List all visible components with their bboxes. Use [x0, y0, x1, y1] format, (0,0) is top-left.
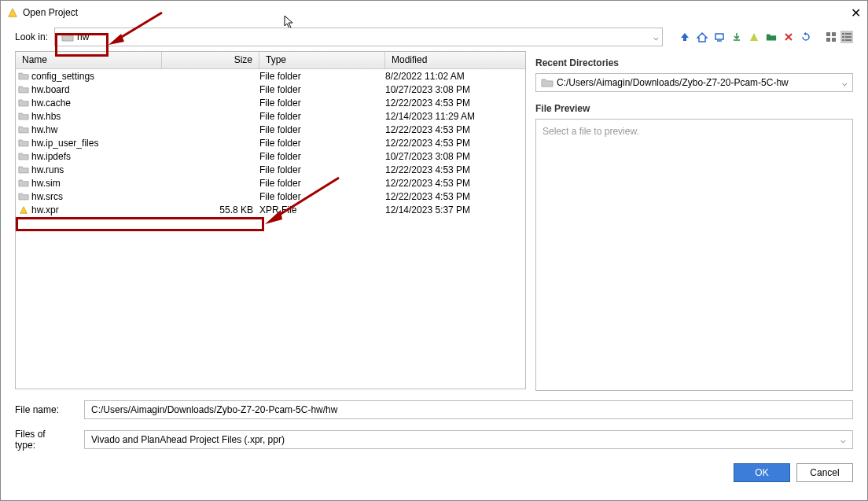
file-name: hw.ip_user_files	[31, 138, 162, 149]
file-modified: 12/14/2023 5:37 PM	[385, 204, 525, 216]
content-area: Name Size Type Modified config_settingsF…	[1, 51, 867, 391]
button-row: OK Cancel	[1, 460, 867, 493]
filename-input[interactable]	[84, 400, 853, 419]
file-panel: Name Size Type Modified config_settingsF…	[15, 51, 526, 389]
file-modified: 12/22/2023 4:53 PM	[385, 164, 525, 175]
file-modified: 12/22/2023 4:53 PM	[385, 178, 525, 189]
file-type: File folder	[259, 138, 385, 149]
folder-icon	[16, 85, 31, 94]
file-type: File folder	[259, 71, 385, 82]
lookin-combo[interactable]: hw ⌵	[54, 28, 663, 46]
folder-icon	[16, 192, 31, 201]
file-type: File folder	[259, 164, 385, 175]
col-header-modified[interactable]: Modified	[385, 52, 525, 68]
side-panel: Recent Directories C:/Users/Aimagin/Down…	[535, 51, 853, 391]
svg-rect-0	[715, 34, 723, 39]
folder-icon	[16, 112, 31, 120]
chevron-down-icon: ⌵	[653, 32, 659, 42]
file-row[interactable]: hw.ip_user_filesFile folder12/22/2023 4:…	[16, 136, 525, 149]
bottom-section: File name: Files of type: Vivado and Pla…	[1, 391, 867, 451]
recent-dirs-combo[interactable]: C:/Users/Aimagin/Downloads/Zybo-Z7-20-Pc…	[535, 73, 853, 92]
desktop-icon[interactable]	[713, 31, 726, 43]
close-button[interactable]: ✕	[851, 6, 861, 20]
file-name: hw.hw	[31, 124, 162, 135]
file-type: File folder	[259, 111, 385, 122]
lookin-row: Look in: hw ⌵	[1, 24, 867, 51]
folder-icon	[16, 138, 31, 147]
file-modified: 8/2/2022 11:02 AM	[385, 71, 525, 82]
file-name: config_settings	[31, 71, 162, 82]
file-preview-box: Select a file to preview.	[535, 119, 853, 391]
col-header-size[interactable]: Size	[162, 52, 259, 68]
folder-icon	[16, 152, 31, 160]
cancel-button[interactable]: Cancel	[796, 463, 853, 482]
chevron-down-icon: ⌵	[840, 435, 846, 445]
lookin-label: Look in:	[15, 31, 48, 42]
download-icon[interactable]	[730, 31, 743, 43]
file-name: hw.sim	[31, 178, 162, 189]
file-modified: 10/27/2023 3:08 PM	[385, 84, 525, 95]
file-name: hw.runs	[31, 164, 162, 175]
svg-rect-6	[842, 33, 844, 35]
folder-icon	[16, 98, 31, 107]
titlebar: Open Project ✕	[1, 1, 867, 24]
file-name: hw.ipdefs	[31, 151, 162, 162]
svg-rect-11	[845, 39, 851, 41]
recent-dirs-label: Recent Directories	[535, 57, 853, 68]
file-row[interactable]: hw.simFile folder12/22/2023 4:53 PM	[16, 176, 525, 190]
filetype-select[interactable]: Vivado and PlanAhead Project Files (.xpr…	[84, 430, 853, 449]
filetype-value: Vivado and PlanAhead Project Files (.xpr…	[91, 434, 285, 445]
folder-icon	[541, 78, 554, 87]
file-type: File folder	[259, 84, 385, 95]
file-row[interactable]: hw.runsFile folder12/22/2023 4:53 PM	[16, 163, 525, 176]
folder-icon	[16, 125, 31, 134]
svg-rect-9	[845, 36, 851, 38]
file-type: File folder	[259, 151, 385, 162]
svg-rect-8	[842, 36, 844, 38]
project-icon[interactable]	[748, 31, 760, 43]
file-type: File folder	[259, 124, 385, 135]
svg-rect-5	[832, 38, 836, 42]
file-row[interactable]: config_settingsFile folder8/2/2022 11:02…	[16, 69, 525, 83]
file-row[interactable]: hw.hwFile folder12/22/2023 4:53 PM	[16, 123, 525, 136]
folder-icon	[16, 179, 31, 187]
chevron-down-icon: ⌵	[842, 78, 848, 88]
file-name: hw.board	[31, 84, 162, 95]
toolbar	[669, 31, 812, 43]
delete-icon[interactable]	[782, 31, 795, 43]
file-modified: 12/22/2023 4:53 PM	[385, 191, 525, 202]
ok-button[interactable]: OK	[734, 463, 790, 482]
col-header-name[interactable]: Name	[16, 52, 162, 68]
up-arrow-icon[interactable]	[679, 31, 691, 43]
file-row[interactable]: hw.boardFile folder10/27/2023 3:08 PM	[16, 83, 525, 96]
file-modified: 12/22/2023 4:53 PM	[385, 138, 525, 149]
file-list: config_settingsFile folder8/2/2022 11:02…	[16, 69, 525, 216]
home-icon[interactable]	[696, 31, 708, 43]
file-row[interactable]: hw.xpr55.8 KBXPR File12/14/2023 5:37 PM	[16, 203, 525, 216]
list-view-icon[interactable]	[840, 31, 853, 43]
file-type: File folder	[259, 178, 385, 189]
folder-icon	[16, 72, 31, 80]
file-modified: 12/22/2023 4:53 PM	[385, 124, 525, 135]
folder-icon	[16, 165, 31, 174]
file-preview-label: File Preview	[535, 103, 853, 114]
file-row[interactable]: hw.srcsFile folder12/22/2023 4:53 PM	[16, 190, 525, 203]
refresh-icon[interactable]	[800, 31, 812, 43]
file-row[interactable]: hw.hbsFile folder12/14/2023 11:29 AM	[16, 109, 525, 123]
recent-path: C:/Users/Aimagin/Downloads/Zybo-Z7-20-Pc…	[557, 77, 789, 88]
file-row[interactable]: hw.ipdefsFile folder10/27/2023 3:08 PM	[16, 149, 525, 163]
svg-rect-7	[845, 33, 851, 35]
svg-rect-2	[826, 32, 830, 36]
file-row[interactable]: hw.cacheFile folder12/22/2023 4:53 PM	[16, 96, 525, 109]
window-title: Open Project	[23, 7, 78, 18]
file-modified: 10/27/2023 3:08 PM	[385, 151, 525, 162]
new-folder-icon[interactable]	[765, 31, 778, 43]
file-header: Name Size Type Modified	[16, 52, 525, 69]
file-type: File folder	[259, 191, 385, 202]
preview-placeholder: Select a file to preview.	[542, 126, 639, 137]
file-name: hw.hbs	[31, 111, 162, 122]
file-name: hw.xpr	[31, 204, 162, 216]
file-modified: 12/14/2023 11:29 AM	[385, 111, 525, 122]
grid-view-icon[interactable]	[825, 31, 837, 43]
col-header-type[interactable]: Type	[259, 52, 385, 68]
